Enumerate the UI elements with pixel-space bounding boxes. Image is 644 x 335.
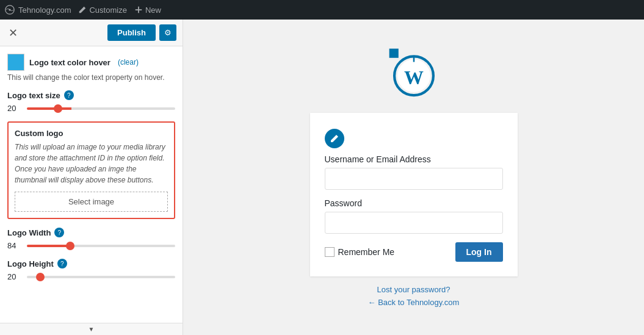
topbar: Tehnology.com Customize New — [0, 0, 644, 20]
custom-logo-desc: This will upload an image to your media … — [15, 142, 168, 186]
custom-logo-section: Custom logo This will upload an image to… — [7, 121, 175, 219]
logo-text-size-value: 20 — [7, 104, 22, 113]
password-input[interactable] — [325, 212, 503, 234]
back-to-site-link[interactable]: ← Back to Tehnology.com — [368, 298, 460, 307]
scroll-arrow-icon: ▼ — [89, 326, 95, 333]
new-label: New — [145, 5, 161, 15]
login-button[interactable]: Log In — [455, 242, 503, 262]
logo-height-field: Logo Height ? 20 — [7, 259, 175, 281]
panel-header: ✕ Publish ⚙ — [0, 20, 183, 46]
logo-color-hover-field: Logo text color hover (clear) This will … — [7, 54, 175, 82]
username-input[interactable] — [325, 168, 503, 190]
svg-rect-2 — [389, 49, 398, 58]
logo-width-field: Logo Width ? 84 — [7, 228, 175, 250]
remember-row: Remember Me Log In — [325, 242, 503, 262]
lost-password-link[interactable]: Lost your password? — [377, 285, 450, 294]
customize-label: Customize — [89, 5, 126, 15]
logo-width-help[interactable]: ? — [54, 228, 64, 237]
logo-height-slider[interactable] — [27, 276, 175, 278]
remember-me-checkbox[interactable] — [325, 247, 335, 257]
publish-area: Publish ⚙ — [107, 24, 176, 41]
remember-left: Remember Me — [325, 247, 395, 257]
preview-panel: W Username or Email Address Password Rem… — [183, 20, 644, 335]
plus-icon — [134, 5, 143, 14]
wp-logo-container: W — [388, 48, 440, 101]
publish-button[interactable]: Publish — [107, 24, 156, 41]
logo-height-help[interactable]: ? — [57, 259, 67, 268]
password-label: Password — [325, 198, 503, 208]
logo-height-value: 20 — [7, 272, 22, 281]
wordpress-icon — [5, 5, 15, 15]
logo-width-label: Logo Width — [7, 228, 51, 237]
close-button[interactable]: ✕ — [6, 24, 20, 42]
logo-width-value: 84 — [7, 241, 22, 250]
new-link[interactable]: New — [134, 5, 161, 15]
remember-label: Remember Me — [338, 247, 395, 257]
select-image-button[interactable]: Select image — [15, 192, 168, 212]
logo-width-slider[interactable] — [27, 245, 175, 247]
custom-logo-title: Custom logo — [15, 129, 168, 138]
customize-panel: ✕ Publish ⚙ Logo text color hover (clear… — [0, 20, 183, 335]
color-swatch[interactable] — [7, 54, 24, 71]
scroll-indicator: ▼ — [0, 323, 183, 335]
logo-text-size-slider[interactable] — [27, 107, 175, 110]
main-layout: ✕ Publish ⚙ Logo text color hover (clear… — [0, 20, 644, 335]
logo-color-desc: This will change the color text property… — [7, 73, 175, 82]
logo-text-size-label: Logo text size — [7, 91, 60, 100]
site-link[interactable]: Tehnology.com — [5, 5, 71, 15]
logo-height-label: Logo Height — [7, 259, 54, 268]
username-label: Username or Email Address — [325, 154, 503, 164]
site-name: Tehnology.com — [18, 5, 71, 15]
svg-text:W: W — [404, 67, 424, 88]
wp-logo: W — [388, 48, 440, 99]
logo-color-label: Logo text color hover — [29, 58, 110, 67]
logo-text-size-field: Logo text size ? 20 — [7, 90, 175, 113]
svg-point-1 — [9, 9, 10, 10]
logo-text-size-help[interactable]: ? — [64, 90, 74, 100]
customize-link[interactable]: Customize — [78, 5, 126, 15]
login-edit-icon[interactable] — [325, 129, 344, 148]
login-card: Username or Email Address Password Remem… — [310, 113, 518, 276]
panel-scroll[interactable]: Logo text color hover (clear) This will … — [0, 46, 183, 335]
settings-button[interactable]: ⚙ — [159, 24, 176, 41]
clear-color-link[interactable]: (clear) — [118, 58, 139, 67]
pencil-icon — [78, 5, 87, 14]
pencil-edit-icon — [330, 134, 339, 143]
